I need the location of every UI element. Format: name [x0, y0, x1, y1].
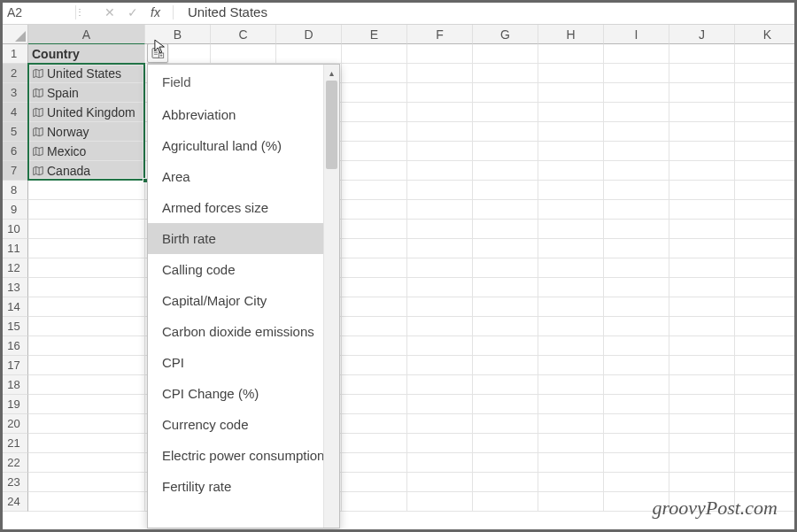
cell[interactable] — [473, 336, 538, 356]
cell[interactable]: United States — [28, 64, 145, 83]
cell[interactable] — [538, 103, 604, 122]
cell[interactable] — [669, 83, 735, 103]
cell[interactable] — [28, 181, 145, 200]
column-header[interactable]: I — [604, 25, 669, 44]
cell[interactable] — [538, 414, 604, 434]
cell[interactable] — [342, 258, 407, 278]
cell[interactable] — [669, 64, 735, 83]
cell[interactable] — [604, 434, 669, 453]
cell[interactable] — [669, 103, 735, 122]
cell[interactable] — [604, 220, 669, 239]
cell[interactable] — [211, 44, 276, 64]
cell[interactable] — [473, 103, 538, 122]
cell[interactable] — [604, 142, 669, 161]
cell[interactable] — [407, 414, 473, 434]
cell[interactable] — [473, 258, 538, 278]
fx-icon[interactable]: fx — [151, 5, 160, 19]
cell[interactable] — [538, 336, 604, 356]
cell[interactable] — [407, 356, 473, 375]
row-header[interactable]: 16 — [0, 336, 28, 356]
row-header[interactable]: 13 — [0, 278, 28, 297]
cell[interactable] — [735, 395, 797, 414]
cell[interactable] — [28, 453, 145, 473]
cell[interactable] — [407, 181, 473, 200]
cell[interactable] — [735, 64, 797, 83]
row-header[interactable]: 15 — [0, 317, 28, 336]
field-option[interactable]: Area — [148, 161, 339, 192]
cell[interactable] — [538, 122, 604, 142]
cell[interactable] — [669, 161, 735, 181]
scroll-up-icon[interactable]: ▴ — [324, 65, 339, 81]
cell[interactable] — [669, 336, 735, 356]
cell[interactable] — [735, 44, 797, 64]
cell[interactable] — [538, 473, 604, 492]
cell[interactable] — [407, 297, 473, 317]
field-option[interactable]: Armed forces size — [148, 192, 339, 223]
cell[interactable] — [473, 239, 538, 258]
cell[interactable] — [407, 375, 473, 395]
cell[interactable]: Mexico — [28, 142, 145, 161]
cell[interactable] — [28, 258, 145, 278]
field-option[interactable]: Fertility rate — [148, 471, 339, 502]
cell[interactable] — [604, 258, 669, 278]
cell[interactable] — [669, 239, 735, 258]
cell[interactable] — [407, 44, 473, 64]
cell[interactable] — [669, 278, 735, 297]
field-option[interactable]: Electric power consumption — [148, 440, 339, 471]
cell[interactable] — [604, 414, 669, 434]
cell[interactable] — [473, 414, 538, 434]
cell[interactable] — [342, 64, 407, 83]
cell[interactable]: United Kingdom — [28, 103, 145, 122]
cell[interactable] — [669, 44, 735, 64]
field-option[interactable]: CPI Change (%) — [148, 378, 339, 409]
cell[interactable] — [538, 492, 604, 512]
field-option[interactable]: Capital/Major City — [148, 285, 339, 316]
cell[interactable] — [669, 395, 735, 414]
cell[interactable] — [735, 122, 797, 142]
column-header[interactable]: D — [276, 25, 342, 44]
cell[interactable] — [342, 142, 407, 161]
row-header[interactable]: 9 — [0, 200, 28, 220]
cell[interactable] — [735, 83, 797, 103]
cell[interactable] — [342, 44, 407, 64]
cell[interactable] — [473, 375, 538, 395]
cell[interactable] — [538, 161, 604, 181]
cell[interactable] — [604, 473, 669, 492]
column-header[interactable]: K — [735, 25, 797, 44]
cell[interactable] — [604, 453, 669, 473]
field-option[interactable]: Birth rate — [148, 223, 339, 254]
cell[interactable] — [538, 434, 604, 453]
cell[interactable] — [669, 473, 735, 492]
cell[interactable] — [669, 122, 735, 142]
cell[interactable] — [28, 473, 145, 492]
cell[interactable] — [538, 239, 604, 258]
cell[interactable] — [735, 434, 797, 453]
cell[interactable] — [28, 200, 145, 220]
cell[interactable] — [604, 336, 669, 356]
cell[interactable] — [342, 200, 407, 220]
row-header[interactable]: 20 — [0, 414, 28, 434]
cell[interactable] — [735, 336, 797, 356]
cell[interactable] — [538, 220, 604, 239]
cell[interactable] — [407, 122, 473, 142]
cell[interactable] — [28, 356, 145, 375]
cell[interactable] — [28, 317, 145, 336]
field-option[interactable]: CPI — [148, 347, 339, 378]
cell[interactable]: Spain — [28, 83, 145, 103]
cell[interactable] — [669, 181, 735, 200]
cell[interactable] — [735, 103, 797, 122]
cell[interactable] — [538, 317, 604, 336]
cell[interactable] — [604, 181, 669, 200]
cell[interactable] — [735, 492, 797, 512]
cell[interactable] — [407, 492, 473, 512]
cell[interactable] — [473, 220, 538, 239]
cell[interactable] — [407, 64, 473, 83]
row-header[interactable]: 1 — [0, 44, 28, 64]
cell[interactable] — [28, 278, 145, 297]
cell[interactable] — [604, 44, 669, 64]
cell[interactable] — [342, 317, 407, 336]
row-header[interactable]: 19 — [0, 395, 28, 414]
grid[interactable]: ABCDEFGHIJK1Country2United States3Spain4… — [0, 25, 797, 512]
cell[interactable] — [669, 258, 735, 278]
cell[interactable] — [473, 64, 538, 83]
